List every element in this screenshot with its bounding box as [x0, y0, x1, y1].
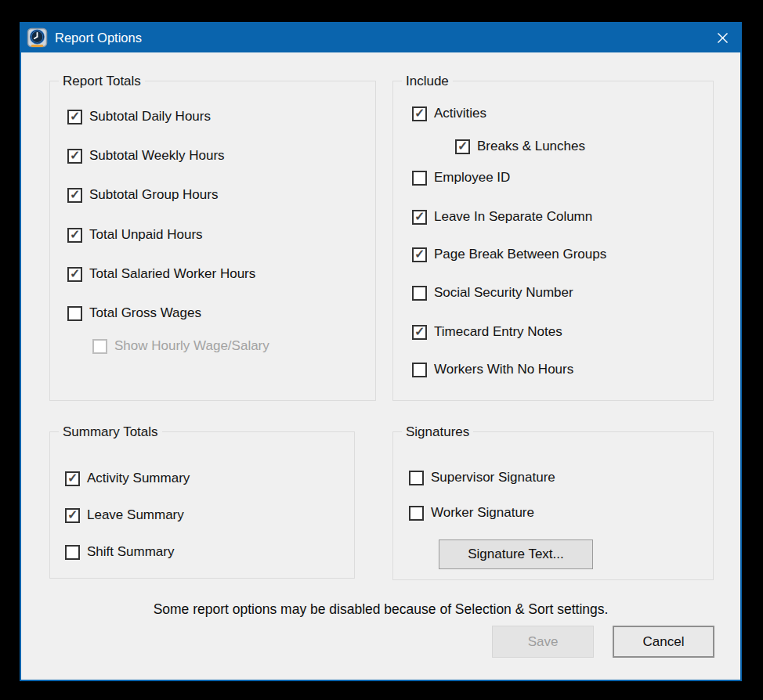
group-signatures: Signatures Supervisor Signature Worker S…: [392, 431, 714, 580]
checkbox: [92, 339, 107, 354]
checkbox-label: Leave Summary: [87, 507, 184, 523]
checkbox[interactable]: [65, 508, 80, 523]
title-bar[interactable]: Report Options: [21, 23, 740, 52]
signature-text-button[interactable]: Signature Text...: [439, 539, 593, 569]
checkbox[interactable]: [65, 471, 80, 486]
checkbox-label: Activity Summary: [87, 471, 190, 486]
checkbox[interactable]: [409, 471, 424, 485]
save-button: Save: [492, 626, 594, 658]
group-title: Report Totals: [59, 73, 145, 89]
checkbox[interactable]: [412, 286, 427, 301]
checkbox-row[interactable]: Subtotal Weekly Hours: [67, 147, 225, 164]
checkbox-label: Leave In Separate Column: [434, 209, 592, 225]
checkbox-row[interactable]: Workers With No Hours: [412, 361, 573, 378]
checkbox-row[interactable]: Total Salaried Worker Hours: [67, 265, 255, 283]
window-title: Report Options: [55, 31, 142, 45]
checkbox[interactable]: [409, 506, 424, 521]
checkbox-label: Employee ID: [434, 170, 510, 186]
report-options-dialog: Report Options Report Totals Subtotal Da…: [20, 22, 742, 681]
checkbox-row[interactable]: Social Security Number: [412, 284, 573, 301]
checkbox[interactable]: [67, 188, 82, 203]
checkbox-label: Total Gross Wages: [89, 305, 201, 321]
checkbox[interactable]: [67, 228, 82, 243]
checkbox-label: Total Salaried Worker Hours: [89, 266, 255, 282]
checkbox-row[interactable]: Total Gross Wages: [67, 305, 201, 322]
checkbox-label: Show Hourly Wage/Salary: [114, 338, 269, 354]
checkbox-row: Show Hourly Wage/Salary: [92, 337, 269, 355]
group-title: Signatures: [402, 424, 473, 440]
checkbox[interactable]: [67, 110, 82, 124]
checkbox-label: Workers With No Hours: [434, 362, 573, 377]
checkbox-label: Worker Signature: [431, 505, 534, 521]
checkbox-label: Total Unpaid Hours: [89, 227, 203, 243]
close-button[interactable]: [704, 23, 740, 52]
group-report-totals: Report Totals Subtotal Daily Hours Subto…: [49, 81, 376, 401]
checkbox-row[interactable]: Breaks & Lunches: [455, 138, 585, 155]
footer-note: Some report options may be disabled beca…: [21, 601, 740, 618]
checkbox-label: Subtotal Daily Hours: [89, 109, 211, 124]
checkbox-row[interactable]: Employee ID: [412, 169, 510, 186]
checkbox[interactable]: [455, 139, 470, 154]
checkbox-label: Page Break Between Groups: [434, 247, 606, 262]
checkbox-label: Subtotal Weekly Hours: [89, 148, 225, 164]
checkbox-row[interactable]: Total Unpaid Hours: [67, 226, 203, 244]
checkbox-label: Timecard Entry Notes: [434, 324, 562, 340]
checkbox-label: Breaks & Lunches: [477, 139, 585, 154]
checkbox[interactable]: [412, 106, 427, 121]
group-include: Include Activities Breaks & Lunches Empl…: [392, 81, 714, 401]
checkbox-row[interactable]: Subtotal Group Hours: [67, 186, 218, 204]
checkbox-row[interactable]: Shift Summary: [65, 543, 174, 561]
checkbox-row[interactable]: Activity Summary: [65, 470, 190, 487]
checkbox[interactable]: [65, 545, 80, 560]
checkbox-row[interactable]: Subtotal Daily Hours: [67, 108, 211, 125]
checkbox-label: Activities: [434, 106, 486, 121]
app-icon: [27, 27, 48, 49]
checkbox-row[interactable]: Activities: [412, 105, 486, 122]
close-icon: [717, 32, 729, 44]
checkbox-label: Shift Summary: [87, 544, 174, 560]
group-summary-totals: Summary Totals Activity Summary Leave Su…: [49, 431, 355, 579]
checkbox[interactable]: [412, 325, 427, 340]
checkbox[interactable]: [67, 149, 82, 164]
checkbox[interactable]: [412, 247, 427, 262]
checkbox[interactable]: [412, 210, 427, 225]
checkbox[interactable]: [67, 306, 82, 321]
checkbox-row[interactable]: Timecard Entry Notes: [412, 323, 562, 341]
group-title: Summary Totals: [59, 424, 162, 440]
checkbox-row[interactable]: Supervisor Signature: [409, 469, 555, 486]
cancel-button[interactable]: Cancel: [613, 626, 714, 658]
checkbox-label: Supervisor Signature: [431, 470, 555, 485]
checkbox-label: Subtotal Group Hours: [89, 187, 218, 203]
checkbox-row[interactable]: Worker Signature: [409, 504, 534, 521]
checkbox-row[interactable]: Leave Summary: [65, 507, 184, 524]
checkbox-label: Social Security Number: [434, 285, 573, 301]
checkbox-row[interactable]: Leave In Separate Column: [412, 208, 592, 226]
checkbox-row[interactable]: Page Break Between Groups: [412, 246, 606, 263]
checkbox[interactable]: [67, 267, 82, 282]
checkbox[interactable]: [412, 171, 427, 186]
checkbox[interactable]: [412, 363, 427, 377]
group-title: Include: [402, 73, 453, 89]
